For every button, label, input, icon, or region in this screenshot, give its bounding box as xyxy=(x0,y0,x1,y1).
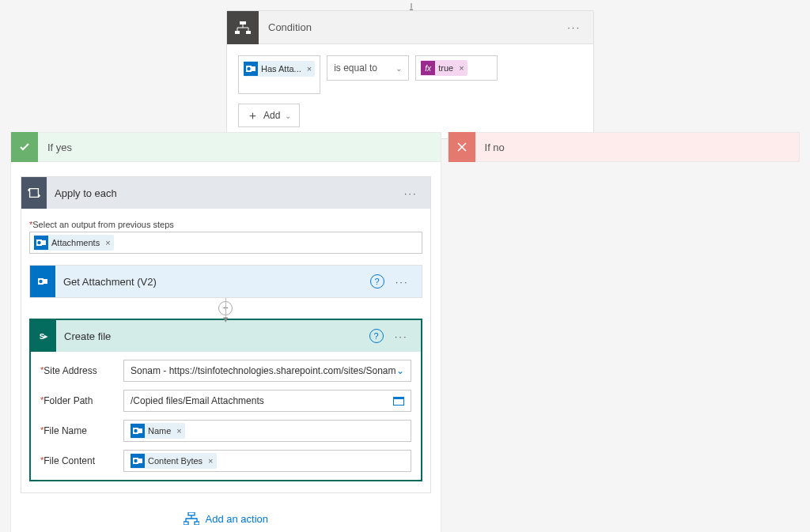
create-file-card: s▸ Create file ? ··· *Site Address Sonam… xyxy=(29,319,422,481)
svg-point-21 xyxy=(134,459,137,462)
sharepoint-icon: s▸ xyxy=(31,320,56,352)
chevron-down-icon: ⌄ xyxy=(396,64,402,73)
condition-menu-button[interactable]: ··· xyxy=(562,21,585,33)
checkmark-icon xyxy=(11,132,38,162)
arrow-down-icon: ▾ xyxy=(223,313,229,325)
get-attachment-menu-button[interactable]: ··· xyxy=(391,276,414,288)
select-output-label: *Select an output from previous steps xyxy=(29,220,422,229)
svg-rect-1 xyxy=(235,31,240,34)
file-content-input[interactable]: Content Bytes × xyxy=(123,450,411,472)
loop-icon xyxy=(21,177,47,209)
outlook-icon xyxy=(34,236,48,250)
outlook-icon xyxy=(30,266,55,297)
condition-title: Condition xyxy=(259,21,562,33)
site-address-select[interactable]: Sonam - https://tsinfotechnologies.share… xyxy=(123,360,411,382)
outlook-icon xyxy=(244,62,258,76)
condition-icon xyxy=(227,11,259,44)
condition-right-operand[interactable]: fx true × xyxy=(415,55,498,81)
apply-menu-button[interactable]: ··· xyxy=(399,187,422,199)
svg-rect-6 xyxy=(252,66,255,71)
name-token[interactable]: Name × xyxy=(131,423,185,439)
remove-token-icon[interactable]: × xyxy=(456,63,464,73)
svg-rect-0 xyxy=(240,21,246,25)
remove-token-icon[interactable]: × xyxy=(206,456,213,466)
outlook-icon xyxy=(131,424,145,438)
svg-point-13 xyxy=(39,280,42,283)
svg-point-5 xyxy=(247,67,250,70)
folder-path-label: *Folder Path xyxy=(40,395,123,406)
if-no-title: If no xyxy=(475,141,505,153)
create-file-header[interactable]: s▸ Create file ? ··· xyxy=(31,320,421,352)
svg-rect-14 xyxy=(44,279,47,284)
svg-rect-2 xyxy=(246,31,251,34)
condition-header[interactable]: Condition ··· xyxy=(227,11,593,44)
if-yes-title: If yes xyxy=(38,141,72,153)
apply-to-each-header[interactable]: Apply to each ··· xyxy=(21,177,430,209)
svg-rect-24 xyxy=(184,522,188,525)
site-address-value: Sonam - https://tsinfotechnologies.share… xyxy=(131,365,396,376)
attachments-token[interactable]: Attachments × xyxy=(34,235,114,251)
get-attachment-header[interactable]: Get Attachment (V2) ? ··· xyxy=(30,266,422,297)
token-label: Attachments xyxy=(51,238,100,247)
svg-rect-10 xyxy=(42,240,46,245)
get-attachment-card: Get Attachment (V2) ? ··· xyxy=(29,265,422,298)
chevron-down-icon: ⌄ xyxy=(285,111,291,120)
svg-rect-25 xyxy=(195,522,199,525)
plus-icon: ＋ xyxy=(247,108,259,123)
file-name-input[interactable]: Name × xyxy=(123,420,411,442)
svg-point-9 xyxy=(37,241,40,244)
remove-token-icon[interactable]: × xyxy=(103,238,110,247)
if-no-header[interactable]: If no xyxy=(448,132,800,162)
create-file-title: Create file xyxy=(56,330,369,342)
if-no-branch: If no xyxy=(448,132,800,532)
remove-token-icon[interactable]: × xyxy=(174,426,181,436)
apply-to-each-title: Apply to each xyxy=(47,187,399,199)
if-yes-branch: If yes Apply to each ··· *Select an outp… xyxy=(10,132,441,532)
true-expression-token[interactable]: fx true × xyxy=(421,60,467,76)
remove-token-icon[interactable]: × xyxy=(305,64,312,74)
folder-path-input[interactable]: /Copied files/Email Attachments xyxy=(123,390,411,412)
svg-rect-18 xyxy=(138,428,142,433)
file-content-label: *File Content xyxy=(40,455,123,466)
file-name-label: *File Name xyxy=(40,425,123,436)
add-condition-button[interactable]: ＋ Add ⌄ xyxy=(238,104,300,127)
has-attachment-token[interactable]: Has Atta... × xyxy=(244,61,315,77)
fx-icon: fx xyxy=(421,61,435,75)
svg-rect-23 xyxy=(188,512,195,515)
token-label: Content Bytes xyxy=(148,456,202,466)
chevron-down-icon: ⌄ xyxy=(396,365,404,376)
token-label: true xyxy=(438,63,453,73)
condition-left-operand[interactable]: Has Atta... × xyxy=(238,55,320,94)
outlook-icon xyxy=(131,454,145,468)
condition-operator-select[interactable]: is equal to ⌄ xyxy=(327,55,409,81)
operator-text: is equal to xyxy=(334,62,377,74)
token-label: Name xyxy=(148,426,171,436)
content-bytes-token[interactable]: Content Bytes × xyxy=(131,453,217,469)
help-icon[interactable]: ? xyxy=(370,274,384,289)
get-attachment-title: Get Attachment (V2) xyxy=(55,276,370,288)
help-icon[interactable]: ? xyxy=(369,329,384,343)
svg-point-17 xyxy=(134,429,137,432)
condition-body: Has Atta... × is equal to ⌄ fx true × ＋ … xyxy=(227,44,593,138)
svg-rect-22 xyxy=(138,458,142,463)
folder-picker-icon[interactable] xyxy=(393,397,404,406)
if-yes-header[interactable]: If yes xyxy=(10,132,441,162)
add-action-label: Add an action xyxy=(206,513,269,525)
folder-path-value: /Copied files/Email Attachments xyxy=(131,395,264,406)
site-address-label: *Site Address xyxy=(40,365,123,376)
add-label: Add xyxy=(263,110,280,121)
close-icon xyxy=(449,132,475,162)
add-action-button[interactable]: Add an action xyxy=(21,512,431,525)
create-file-menu-button[interactable]: ··· xyxy=(390,330,413,342)
select-output-input[interactable]: Attachments × xyxy=(29,232,422,254)
apply-to-each-card: Apply to each ··· *Select an output from… xyxy=(21,176,431,493)
action-connector: + ▾ xyxy=(29,298,422,319)
condition-card: Condition ··· Has Atta... × is equal to … xyxy=(226,10,594,139)
token-label: Has Atta... xyxy=(261,64,301,74)
